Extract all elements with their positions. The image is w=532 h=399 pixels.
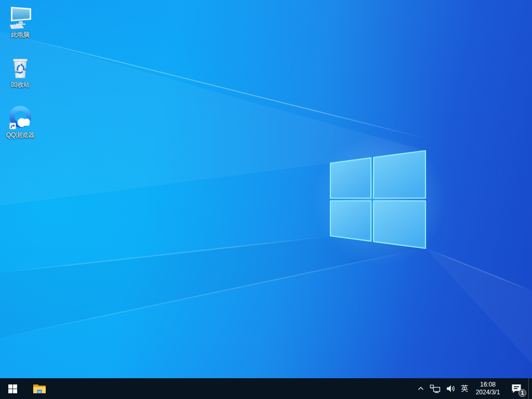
qq-browser-icon [8,105,33,130]
wallpaper-ray [0,32,433,140]
desktop-icon-this-pc[interactable]: 此电脑 [1,5,40,53]
taskbar-clock[interactable]: 16:08 2024/3/1 [471,378,504,399]
desktop-icon-label: 回收站 [11,81,30,88]
recycle-bin-icon [8,55,33,80]
ime-indicator[interactable]: 英 [458,378,471,399]
desktop-icon-label: QQ浏览器 [6,131,35,139]
tray-expand-button[interactable] [415,378,427,399]
taskbar: 英 16:08 2024/3/1 1 [0,378,532,399]
network-ethernet-icon [430,384,441,393]
network-button[interactable] [427,378,443,399]
windows-logo-watermark-icon [325,147,431,254]
start-button[interactable] [0,378,25,399]
action-center-button[interactable]: 1 [504,378,528,399]
chevron-up-icon [417,385,424,392]
system-tray: 英 16:08 2024/3/1 1 [415,378,532,399]
wallpaper-ray [0,236,330,273]
show-desktop-button[interactable] [528,378,532,399]
wallpaper-light-beam-upper [0,0,532,378]
clock-time: 16:08 [480,381,496,389]
windows-start-icon [8,384,17,393]
volume-button[interactable] [443,378,458,399]
wallpaper-ray [425,248,532,291]
desktop-icon-qq-browser[interactable]: QQ浏览器 [1,105,40,153]
wallpaper-ray [0,247,426,338]
clock-date: 2024/3/1 [476,389,500,396]
this-pc-icon [8,5,33,30]
file-explorer-button[interactable] [27,378,52,399]
wallpaper-light-beam-right [0,0,532,378]
desktop-icon-recycle-bin[interactable]: 回收站 [1,55,40,103]
file-explorer-icon [33,383,46,394]
speaker-icon [446,384,455,393]
screen: 此电脑 [0,0,532,399]
notification-badge: 1 [518,389,526,397]
desktop-icon-label: 此电脑 [11,31,30,38]
wallpaper-shade-wedge-lower [0,0,532,378]
desktop-wallpaper[interactable]: 此电脑 [0,0,532,378]
